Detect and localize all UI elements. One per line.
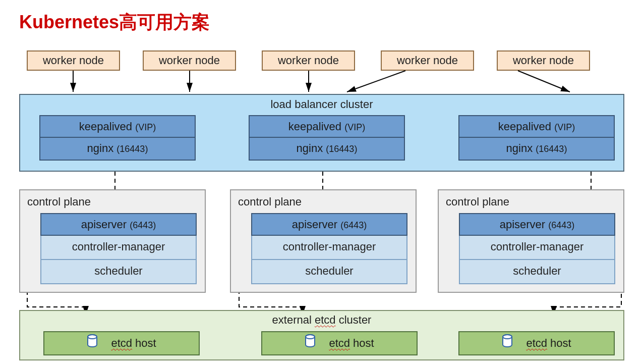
keepalived-port: (VIP)	[554, 122, 575, 132]
page-title: Kubernetes高可用方案	[19, 10, 210, 35]
etcd-underlined: etcd	[526, 337, 547, 349]
apiserver-box-3: apiserver (6443)	[459, 213, 615, 236]
controller-manager-box-3: controller-manager	[459, 236, 615, 260]
load-balancer-cluster: load balancer cluster keepalived (VIP) n…	[19, 94, 624, 172]
etcd-host-word: host	[350, 337, 374, 349]
scheduler-box-3: scheduler	[459, 260, 615, 284]
worker-node-4: worker node	[381, 50, 474, 71]
etcd-host-word: host	[132, 337, 156, 349]
lb-unit-3: keepalived (VIP) nginx (16443)	[458, 115, 615, 161]
apiserver-box-2: apiserver (6443)	[251, 213, 407, 236]
nginx-box-3: nginx (16443)	[458, 138, 615, 161]
nginx-label: nginx	[87, 142, 114, 154]
etcd-host-2: etcd host	[261, 331, 418, 355]
scheduler-box-2: scheduler	[251, 260, 407, 284]
control-plane-2: control plane apiserver (6443) controlle…	[230, 189, 417, 293]
database-icon	[502, 333, 513, 355]
control-plane-title: control plane	[446, 195, 509, 209]
keepalived-port: (VIP)	[135, 122, 156, 132]
control-plane-title: control plane	[27, 195, 91, 209]
apiserver-box-1: apiserver (6443)	[40, 213, 197, 236]
etcd-underlined: etcd	[111, 337, 132, 349]
apiserver-label: apiserver	[81, 218, 127, 231]
etcd-host-word: host	[547, 337, 571, 349]
etcd-underlined: etcd	[315, 314, 336, 326]
apiserver-port: (6443)	[130, 220, 156, 230]
worker-node-5: worker node	[497, 50, 590, 71]
lb-unit-1: keepalived (VIP) nginx (16443)	[39, 115, 196, 161]
keepalived-label: keepalived	[498, 120, 551, 133]
keepalived-box-2: keepalived (VIP)	[249, 115, 405, 138]
apiserver-port: (6443)	[548, 220, 574, 230]
keepalived-box-1: keepalived (VIP)	[39, 115, 196, 138]
nginx-port: (16443)	[116, 144, 148, 154]
worker-node-2: worker node	[143, 50, 236, 71]
keepalived-label: keepalived	[79, 120, 132, 133]
keepalived-label: keepalived	[288, 120, 341, 133]
svg-line-4	[518, 71, 570, 92]
etcd-cluster: external etcd cluster etcd host etcd hos…	[19, 310, 624, 360]
nginx-label: nginx	[297, 142, 323, 154]
controller-manager-box-2: controller-manager	[251, 236, 407, 260]
lb-cluster-title: load balancer cluster	[20, 98, 623, 111]
nginx-label: nginx	[506, 142, 533, 154]
controller-manager-box-1: controller-manager	[40, 236, 197, 260]
scheduler-box-1: scheduler	[40, 260, 197, 284]
nginx-box-1: nginx (16443)	[39, 138, 196, 161]
control-plane-3: control plane apiserver (6443) controlle…	[438, 189, 624, 293]
nginx-port: (16443)	[536, 144, 567, 154]
worker-node-1: worker node	[27, 50, 120, 71]
keepalived-port: (VIP)	[344, 122, 365, 132]
control-plane-title: control plane	[238, 195, 302, 209]
nginx-port: (16443)	[326, 144, 357, 154]
keepalived-box-3: keepalived (VIP)	[458, 115, 615, 138]
cp-stack-2: apiserver (6443) controller-manager sche…	[251, 213, 407, 284]
database-icon	[305, 333, 316, 355]
etcd-host-1: etcd host	[43, 331, 200, 355]
worker-node-3: worker node	[262, 50, 355, 71]
cp-stack-1: apiserver (6443) controller-manager sche…	[40, 213, 197, 284]
apiserver-label: apiserver	[500, 218, 545, 231]
cp-stack-3: apiserver (6443) controller-manager sche…	[459, 213, 615, 284]
etcd-host-3: etcd host	[458, 331, 615, 355]
apiserver-label: apiserver	[292, 218, 337, 231]
svg-line-3	[347, 71, 405, 92]
etcd-cluster-title: external etcd cluster	[20, 314, 623, 327]
etcd-underlined: etcd	[329, 337, 350, 349]
apiserver-port: (6443)	[340, 220, 367, 230]
lb-unit-2: keepalived (VIP) nginx (16443)	[249, 115, 405, 161]
database-icon	[87, 333, 98, 355]
nginx-box-2: nginx (16443)	[249, 138, 405, 161]
control-plane-1: control plane apiserver (6443) controlle…	[19, 189, 206, 293]
